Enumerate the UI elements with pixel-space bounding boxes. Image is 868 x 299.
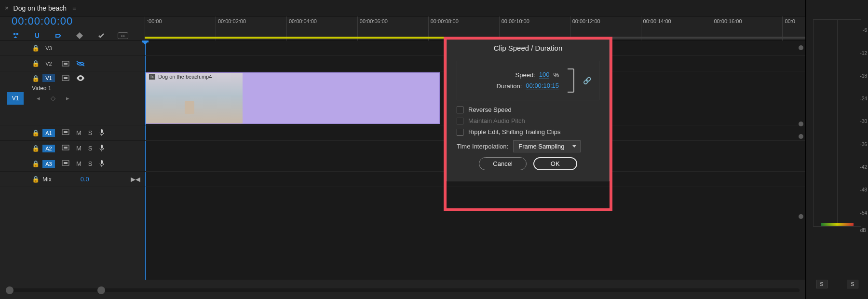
link-icon[interactable]: 🔗	[583, 77, 591, 84]
insert-replace-icon[interactable]	[12, 31, 20, 40]
mute-button[interactable]: M	[76, 160, 81, 167]
vertical-scroll-knob[interactable]	[799, 45, 803, 50]
video-clip[interactable]: fx Dog on the beach.mp4	[146, 72, 440, 124]
ripple-edit-checkbox-row[interactable]: Ripple Edit, Shifting Trailing Clips	[457, 128, 599, 136]
ok-button[interactable]: OK	[533, 157, 577, 170]
audio-track-header-a1[interactable]: 🔒 A1 M S	[0, 125, 144, 141]
video-track-header-v1[interactable]: V1 🔒 V1 Video 1 ◂	[0, 71, 144, 125]
checkbox-icon[interactable]	[457, 129, 463, 136]
track-label[interactable]: V2	[42, 60, 55, 68]
voiceover-mic-icon[interactable]	[99, 145, 104, 152]
zoom-handle-left[interactable]	[6, 286, 14, 294]
time-interpolation-label: Time Interpolation:	[457, 143, 508, 150]
svg-rect-3	[64, 77, 68, 79]
track-label[interactable]: A3	[42, 160, 55, 168]
meter-solo-left-button[interactable]: S	[816, 280, 827, 288]
meter-tick: -48	[860, 187, 867, 192]
panel-menu-icon[interactable]: ≡	[72, 4, 76, 12]
meter-solo-right-button[interactable]: S	[847, 280, 858, 288]
lock-icon[interactable]: 🔒	[32, 145, 38, 152]
solo-button[interactable]: S	[88, 160, 93, 167]
lock-icon[interactable]: 🔒	[32, 60, 38, 67]
linked-selection-icon[interactable]	[54, 31, 63, 40]
checkbox-icon	[457, 118, 463, 124]
mix-label: Mix	[42, 176, 52, 183]
vertical-scroll-knob[interactable]	[799, 122, 803, 126]
toggle-output-icon[interactable]	[62, 75, 69, 81]
vertical-scroll-knob[interactable]	[799, 214, 803, 219]
solo-button[interactable]: S	[88, 145, 93, 152]
toggle-output-icon[interactable]	[62, 61, 69, 67]
source-patch[interactable]: V1	[7, 92, 24, 105]
svg-rect-8	[64, 147, 68, 149]
maintain-pitch-checkbox-row: Maintain Audio Pitch	[457, 117, 599, 124]
track-label[interactable]: A2	[42, 145, 55, 152]
fx-badge[interactable]: fx	[149, 74, 155, 80]
reverse-speed-label: Reverse Speed	[468, 106, 512, 113]
video-track-header-v3[interactable]: 🔒 V3	[0, 41, 144, 56]
mute-button[interactable]: M	[76, 129, 81, 136]
audio-track-header-a3[interactable]: 🔒 A3 M S	[0, 156, 144, 172]
svg-rect-6	[101, 129, 103, 133]
duration-input[interactable]: 00:00:10:15	[526, 82, 559, 90]
toggle-output-icon[interactable]	[62, 145, 69, 152]
dialog-title: Clip Speed / Duration	[447, 39, 609, 57]
track-headers: 🔒 V3 🔒 V2 V1 🔒	[0, 41, 145, 280]
work-area-bar[interactable]	[145, 37, 528, 39]
lock-icon[interactable]: 🔒	[32, 75, 38, 82]
timeline-panel: × Dog on the beach ≡ 00:00:00:00 cc :00:…	[0, 0, 805, 299]
mute-button[interactable]: M	[76, 145, 81, 152]
playhead-timecode[interactable]: 00:00:00:00	[12, 15, 133, 27]
zoom-scrollbar[interactable]	[6, 288, 800, 292]
meter-tick: -12	[860, 51, 867, 56]
meter-db-label: dB	[860, 228, 866, 233]
expand-mix-icon[interactable]: ▶◀	[131, 176, 140, 183]
maintain-pitch-label: Maintain Audio Pitch	[468, 117, 525, 124]
close-tab-icon[interactable]: ×	[5, 4, 9, 12]
time-interpolation-dropdown[interactable]: Frame Sampling	[513, 140, 581, 152]
mix-track-header[interactable]: 🔒 Mix 0.0 ▶◀	[0, 172, 144, 187]
marker-icon[interactable]	[75, 31, 84, 40]
visibility-off-icon[interactable]	[76, 61, 85, 67]
lock-icon[interactable]: 🔒	[32, 176, 38, 183]
zoom-handle-right[interactable]	[97, 286, 105, 294]
toggle-output-icon[interactable]	[62, 129, 69, 136]
meter-gradient	[821, 223, 854, 226]
prev-keyframe-icon[interactable]: ◂	[37, 95, 40, 102]
sequence-tab-title[interactable]: Dog on the beach	[14, 4, 67, 12]
add-keyframe-icon[interactable]: ◇	[51, 95, 55, 102]
audio-meter[interactable]	[813, 19, 861, 227]
link-bracket	[568, 68, 574, 93]
track-label[interactable]: A1	[42, 129, 55, 137]
video-track-header-v2[interactable]: 🔒 V2	[0, 56, 144, 71]
visibility-icon[interactable]	[76, 75, 85, 81]
track-name: Video 1	[32, 85, 140, 92]
audio-track-header-a2[interactable]: 🔒 A2 M S	[0, 141, 144, 156]
meter-tick: -42	[860, 164, 867, 170]
settings-wrench-icon[interactable]	[96, 31, 105, 40]
mix-value[interactable]: 0.0	[81, 176, 89, 183]
solo-button[interactable]: S	[88, 129, 93, 136]
snap-icon[interactable]	[33, 31, 41, 40]
track-label[interactable]: V1	[42, 74, 55, 82]
speed-input[interactable]: 100	[539, 71, 550, 79]
time-ruler[interactable]: :00:00 00:00:02:00 00:00:04:00 00:00:06:…	[145, 16, 805, 41]
voiceover-mic-icon[interactable]	[99, 160, 104, 167]
cancel-button[interactable]: Cancel	[479, 157, 526, 170]
lock-icon[interactable]: 🔒	[32, 44, 38, 52]
lock-icon[interactable]: 🔒	[32, 129, 38, 136]
voiceover-mic-icon[interactable]	[99, 129, 104, 136]
toggle-output-icon[interactable]	[62, 160, 69, 167]
track-label[interactable]: V3	[42, 44, 55, 52]
svg-rect-5	[64, 131, 68, 133]
next-keyframe-icon[interactable]: ▸	[66, 95, 69, 102]
tab-bar: × Dog on the beach ≡	[0, 0, 805, 16]
vertical-scroll-knob[interactable]	[799, 134, 803, 139]
ripple-edit-label: Ripple Edit, Shifting Trailing Clips	[468, 128, 560, 136]
speed-label: Speed:	[515, 71, 535, 79]
captions-icon[interactable]: cc	[118, 32, 128, 39]
checkbox-icon[interactable]	[457, 107, 463, 113]
meter-tick: -24	[860, 96, 867, 101]
reverse-speed-checkbox-row[interactable]: Reverse Speed	[457, 106, 599, 113]
lock-icon[interactable]: 🔒	[32, 160, 38, 167]
